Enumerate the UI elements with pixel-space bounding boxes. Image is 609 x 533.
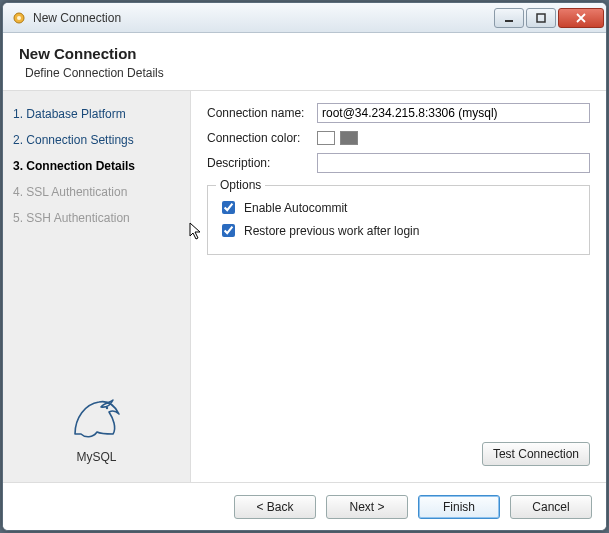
wizard-sidebar: 1. Database Platform 2. Connection Setti…: [3, 91, 191, 482]
dialog-footer: < Back Next > Finish Cancel: [3, 482, 606, 530]
svg-rect-2: [505, 20, 513, 22]
next-button[interactable]: Next >: [326, 495, 408, 519]
connection-name-input[interactable]: [317, 103, 590, 123]
restore-previous-label: Restore previous work after login: [244, 224, 419, 238]
db-identity: MySQL: [3, 378, 190, 482]
row-description: Description:: [207, 153, 590, 173]
finish-button[interactable]: Finish: [418, 495, 500, 519]
dialog-header: New Connection Define Connection Details: [3, 33, 606, 91]
dolphin-icon: [67, 394, 127, 444]
test-connection-row: Test Connection: [207, 442, 590, 472]
svg-point-1: [17, 16, 21, 20]
maximize-button[interactable]: [526, 8, 556, 28]
step-ssl-authentication: 4. SSL Authentication: [3, 179, 190, 205]
svg-rect-3: [537, 14, 545, 22]
window-title: New Connection: [33, 11, 494, 25]
page-subtitle: Define Connection Details: [25, 66, 590, 80]
row-connection-name: Connection name:: [207, 103, 590, 123]
description-label: Description:: [207, 156, 317, 170]
window-controls: [494, 8, 604, 28]
connection-color-label: Connection color:: [207, 131, 317, 145]
app-icon: [11, 10, 27, 26]
enable-autocommit-label: Enable Autocommit: [244, 201, 347, 215]
close-button[interactable]: [558, 8, 604, 28]
form-panel: Connection name: Connection color: Descr…: [191, 91, 606, 482]
titlebar[interactable]: New Connection: [3, 3, 606, 33]
test-connection-button[interactable]: Test Connection: [482, 442, 590, 466]
enable-autocommit-checkbox[interactable]: [222, 201, 235, 214]
description-input[interactable]: [317, 153, 590, 173]
page-title: New Connection: [19, 45, 590, 62]
dialog-body: 1. Database Platform 2. Connection Setti…: [3, 91, 606, 482]
svg-point-4: [105, 407, 107, 409]
options-group: Options Enable Autocommit Restore previo…: [207, 185, 590, 255]
cancel-button[interactable]: Cancel: [510, 495, 592, 519]
step-connection-details[interactable]: 3. Connection Details: [3, 153, 190, 179]
color-swatches: [317, 131, 358, 145]
color-swatch-none[interactable]: [317, 131, 335, 145]
back-button[interactable]: < Back: [234, 495, 316, 519]
step-connection-settings[interactable]: 2. Connection Settings: [3, 127, 190, 153]
minimize-button[interactable]: [494, 8, 524, 28]
row-enable-autocommit: Enable Autocommit: [218, 198, 579, 217]
step-ssh-authentication: 5. SSH Authentication: [3, 205, 190, 231]
connection-name-label: Connection name:: [207, 106, 317, 120]
db-name-label: MySQL: [3, 450, 190, 464]
row-restore-previous: Restore previous work after login: [218, 221, 579, 240]
row-connection-color: Connection color:: [207, 131, 590, 145]
step-database-platform[interactable]: 1. Database Platform: [3, 101, 190, 127]
options-legend: Options: [216, 178, 265, 192]
dialog-window: New Connection New Connection Define Con…: [2, 2, 607, 531]
restore-previous-checkbox[interactable]: [222, 224, 235, 237]
color-swatch-grey[interactable]: [340, 131, 358, 145]
